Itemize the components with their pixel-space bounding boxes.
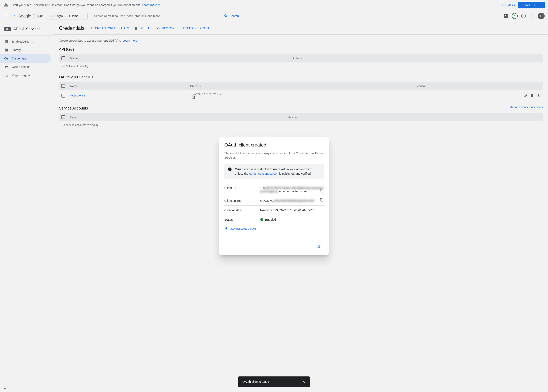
copy-client-secret-icon[interactable]	[320, 198, 324, 202]
modal-title: OAuth client created	[224, 142, 324, 148]
client-id-label: Client ID	[224, 186, 260, 193]
modal-overlay: OAuth client created The client ID and s…	[0, 0, 548, 392]
creation-date-row: Creation date November 29, 2023 at 10:44…	[224, 205, 324, 215]
toast-message: OAuth client created	[242, 380, 269, 383]
creation-date-label: Creation date	[224, 209, 260, 212]
download-json-button[interactable]: DOWNLOAD JSON	[224, 224, 256, 231]
status-row: Status Enabled	[224, 215, 324, 224]
creation-date-value: November 29, 2023 at 10:44:41 AM GMT+8	[260, 209, 324, 212]
toast: OAuth client created	[238, 377, 310, 387]
status-value: Enabled	[260, 218, 324, 221]
info-icon	[228, 167, 232, 171]
copy-client-id-icon[interactable]	[320, 189, 324, 193]
info-text: OAuth access is restricted to users with…	[235, 167, 320, 176]
check-circle-icon	[260, 218, 263, 221]
client-secret-row: Client secret GOCSPX-pXbcDefGhIjKlMn0pQr…	[224, 196, 324, 205]
info-box: OAuth access is restricted to users with…	[224, 164, 324, 179]
client-id-value: 1002697579675-ta0ab cdef ghijklmnop qrst…	[260, 186, 324, 193]
modal-description: The client ID and secret can always be a…	[224, 151, 324, 160]
client-secret-label: Client secret	[224, 199, 260, 203]
client-secret-value: GOCSPX-pXbcDefGhIjKlMn0pQrStUvWx	[260, 199, 324, 203]
oauth-consent-link[interactable]: OAuth consent screen	[249, 172, 278, 175]
oauth-created-modal: OAuth client created The client ID and s…	[219, 137, 329, 255]
close-icon[interactable]	[302, 380, 306, 384]
download-icon	[224, 227, 228, 231]
client-id-row: Client ID 1002697579675-ta0ab cdef ghijk…	[224, 183, 324, 196]
status-label: Status	[224, 218, 260, 221]
ok-button[interactable]: OK	[314, 243, 324, 250]
